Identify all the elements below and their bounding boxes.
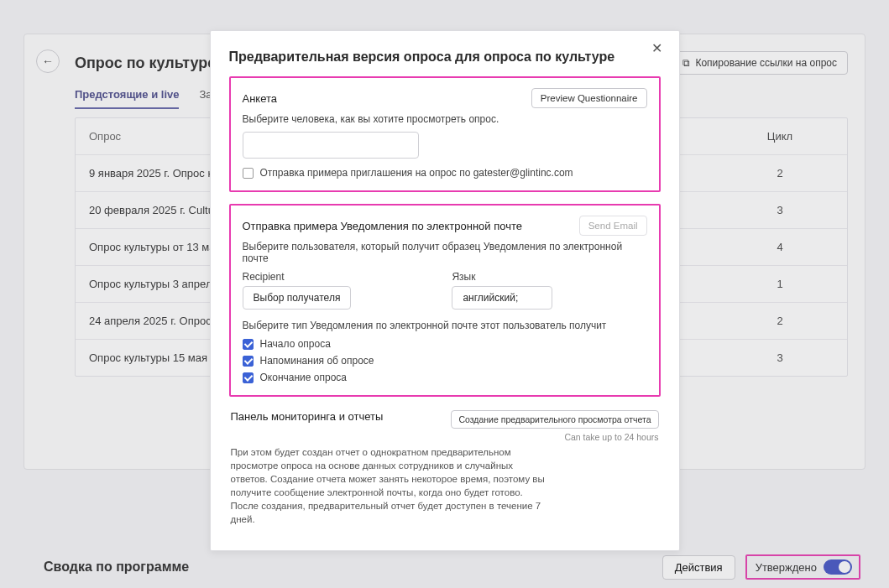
send-sample-checkbox[interactable] — [243, 168, 254, 179]
email-section-title: Отправка примера Уведомления по электрон… — [243, 220, 579, 232]
report-note: Can take up to 24 hours — [451, 432, 658, 442]
recipient-select[interactable]: Выбор получателя — [243, 286, 352, 310]
modal-title: Предварительная версия опроса для опроса… — [229, 49, 661, 65]
close-icon: ✕ — [651, 41, 662, 55]
section-questionnaire: Анкета Preview Questionnaire Выберите че… — [229, 76, 661, 192]
close-button[interactable]: ✕ — [646, 39, 667, 57]
send-sample-label: Отправка примера приглашения на опрос по… — [260, 167, 573, 179]
section-reports: Панель мониторинга и отчеты Создание пре… — [229, 408, 661, 528]
create-report-button[interactable]: Создание предварительного просмотра отче… — [451, 410, 658, 429]
email-help: Выберите пользователя, который получит о… — [243, 241, 647, 264]
recipient-label: Recipient — [243, 271, 352, 283]
chk-end-label: Окончание опроса — [260, 372, 347, 383]
language-label: Язык — [452, 271, 552, 283]
section-email: Отправка примера Уведомления по электрон… — [229, 204, 661, 397]
questionnaire-label: Анкета — [243, 92, 531, 105]
chk-end[interactable] — [243, 372, 254, 383]
send-email-button[interactable]: Send Email — [579, 216, 647, 236]
chk-start[interactable] — [243, 339, 254, 350]
chk-reminder-label: Напоминания об опросе — [260, 355, 374, 367]
chk-reminder[interactable] — [243, 356, 254, 367]
reports-title: Панель мониторинга и отчеты — [231, 410, 443, 423]
language-select[interactable]: английский; — [452, 286, 552, 310]
questionnaire-help: Выберите человека, как вы хотите просмот… — [243, 113, 647, 125]
person-select-input[interactable] — [243, 132, 419, 159]
preview-questionnaire-button[interactable]: Preview Questionnaire — [531, 88, 647, 108]
chk-start-label: Начало опроса — [260, 338, 331, 350]
preview-modal: ✕ Предварительная версия опроса для опро… — [210, 30, 680, 551]
modal-overlay: ✕ Предварительная версия опроса для опро… — [0, 0, 889, 588]
email-type-help: Выберите тип Уведомления по электронной … — [243, 320, 647, 331]
report-description: При этом будет создан отчет о однократно… — [231, 445, 550, 527]
